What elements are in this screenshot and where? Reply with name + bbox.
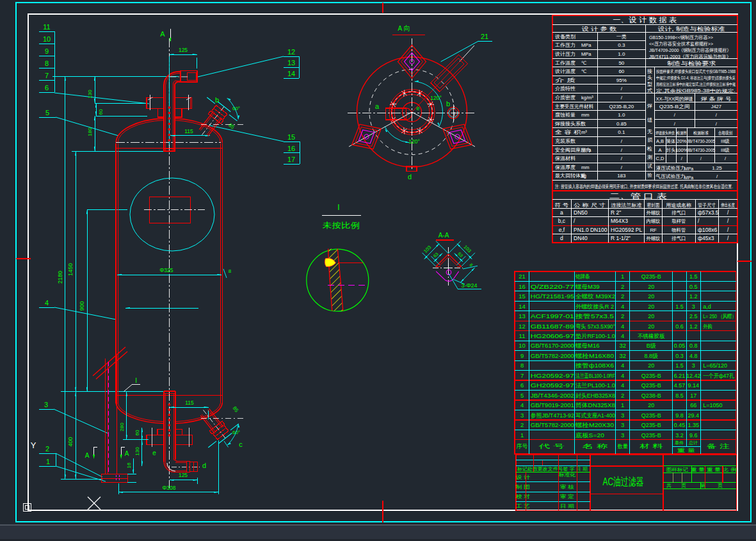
svg-text:验: 验 bbox=[647, 172, 652, 178]
svg-text:头: 头 bbox=[647, 75, 652, 81]
svg-text:60: 60 bbox=[618, 69, 624, 74]
svg-text:9.14: 9.14 bbox=[688, 382, 699, 389]
svg-text:3: 3 bbox=[621, 432, 624, 439]
svg-text:序号: 序号 bbox=[517, 443, 529, 449]
svg-text:20: 20 bbox=[648, 303, 654, 310]
svg-text:介质特性: 介质特性 bbox=[555, 86, 575, 92]
svg-text:接: 接 bbox=[647, 69, 652, 74]
svg-text:焊接接头系数: 焊接接头系数 bbox=[554, 121, 586, 127]
svg-text:400: 400 bbox=[67, 437, 74, 446]
svg-text:1: 1 bbox=[46, 458, 50, 465]
svg-text:2: 2 bbox=[621, 392, 624, 399]
svg-text:5: 5 bbox=[520, 392, 524, 399]
svg-text:4: 4 bbox=[621, 303, 624, 310]
svg-text:J427: J427 bbox=[711, 104, 721, 109]
svg-text:损: 损 bbox=[647, 137, 653, 143]
svg-text:管子尺寸: 管子尺寸 bbox=[698, 202, 716, 208]
svg-text:4.8: 4.8 bbox=[689, 353, 698, 359]
svg-text:排气口: 排气口 bbox=[672, 236, 686, 241]
svg-text:d: d bbox=[560, 235, 563, 241]
svg-text:8.8级: 8.8级 bbox=[644, 353, 658, 359]
svg-text:封头EHB325X8: 封头EHB325X8 bbox=[575, 392, 615, 399]
svg-text:16: 16 bbox=[126, 462, 132, 468]
svg-text:螺栓M20X30: 螺栓M20X30 bbox=[575, 422, 614, 428]
svg-text:用途或名称: 用途或名称 bbox=[666, 202, 691, 208]
svg-text:14: 14 bbox=[519, 303, 526, 310]
svg-text:物料管: 物料管 bbox=[671, 227, 686, 233]
svg-text:3: 3 bbox=[621, 412, 624, 419]
svg-text:16: 16 bbox=[519, 283, 526, 290]
svg-text:公 称 尺 寸: 公 称 尺 寸 bbox=[574, 202, 606, 208]
svg-text:内螺纹: 内螺纹 bbox=[647, 218, 661, 224]
svg-text:审 核: 审 核 bbox=[560, 484, 575, 490]
svg-text:GB/T5782-2000: GB/T5782-2000 bbox=[531, 422, 574, 428]
svg-text:mm: mm bbox=[581, 112, 590, 118]
svg-text:12: 12 bbox=[287, 48, 295, 56]
svg-text:20: 20 bbox=[648, 313, 654, 319]
svg-text:Q235-B: Q235-B bbox=[641, 412, 661, 419]
svg-text:10: 10 bbox=[43, 35, 51, 43]
svg-text:kg: kg bbox=[581, 173, 586, 179]
svg-text:底板S=20: 底板S=20 bbox=[575, 432, 604, 439]
svg-text:DN40: DN40 bbox=[574, 235, 588, 241]
svg-text:设计, 制造与检验标准: 设计, 制造与检验标准 bbox=[658, 26, 726, 32]
svg-text:法兰盖BL100-1.0RF: 法兰盖BL100-1.0RF bbox=[575, 373, 615, 379]
svg-text:I: I bbox=[337, 203, 339, 212]
svg-text:183: 183 bbox=[617, 173, 626, 179]
svg-text:伸出长度: 伸出长度 bbox=[721, 202, 736, 208]
svg-text:参照JB/T4713-92: 参照JB/T4713-92 bbox=[531, 412, 574, 419]
svg-text:9.6: 9.6 bbox=[689, 432, 698, 439]
svg-text:Q/ZB220-77: Q/ZB220-77 bbox=[531, 284, 574, 290]
svg-text:<<压力容器安全技术监察规程>>: <<压力容器安全技术监察规程>> bbox=[649, 41, 714, 47]
svg-text:ф57x3.5: ф57x3.5 bbox=[698, 209, 719, 216]
svg-text:共: 共 bbox=[666, 483, 672, 489]
svg-text:密封面: 密封面 bbox=[647, 202, 660, 208]
svg-text:型: 型 bbox=[647, 81, 652, 87]
svg-text:11: 11 bbox=[519, 332, 526, 339]
svg-text:焊 条 牌 号: 焊 条 牌 号 bbox=[701, 96, 732, 102]
svg-text:1: 1 bbox=[520, 432, 524, 439]
svg-text:9: 9 bbox=[520, 352, 524, 359]
svg-text:无: 无 bbox=[647, 129, 652, 134]
svg-text:A: A bbox=[658, 147, 661, 153]
svg-text:A-A: A-A bbox=[438, 232, 449, 239]
svg-text:0.6: 0.6 bbox=[675, 323, 684, 330]
svg-text:合格级别: 合格级别 bbox=[718, 131, 732, 136]
svg-text:制造与检验要求: 制造与检验要求 bbox=[667, 60, 716, 67]
svg-text:数量: 数量 bbox=[618, 443, 628, 449]
svg-text:95%: 95% bbox=[616, 77, 627, 83]
svg-text:3: 3 bbox=[520, 412, 524, 419]
svg-text:kg/m³: kg/m³ bbox=[581, 95, 593, 101]
svg-text:3: 3 bbox=[692, 303, 695, 310]
svg-text:AC油过滤器: AC油过滤器 bbox=[603, 476, 644, 488]
svg-text:比 例: 比 例 bbox=[723, 467, 737, 472]
svg-text:重 量: 重 量 bbox=[677, 448, 696, 453]
svg-text:HG20592-97: HG20592-97 bbox=[531, 373, 574, 379]
svg-text:14: 14 bbox=[287, 70, 295, 77]
svg-text:Y: Y bbox=[31, 440, 36, 450]
svg-text:重 量: 重 量 bbox=[707, 467, 721, 472]
svg-text:中规定;焊接接头 D2-4; 容器法兰与(接管)连接的接头采: 中规定;焊接接头 D2-4; 容器法兰与(接管)连接的接头采 bbox=[656, 76, 736, 81]
svg-text:RF: RF bbox=[650, 227, 657, 233]
svg-text:ACF1997-01: ACF1997-01 bbox=[531, 313, 574, 319]
svg-text:120°: 120° bbox=[430, 95, 442, 101]
svg-text:0.3: 0.3 bbox=[618, 42, 625, 48]
svg-text:0.1: 0.1 bbox=[618, 129, 625, 135]
svg-text:HG20592 PL: HG20592 PL bbox=[611, 227, 642, 233]
svg-text:20: 20 bbox=[648, 293, 654, 300]
svg-text:取样管: 取样管 bbox=[672, 218, 686, 224]
svg-text:全螺纹 M39X2: 全螺纹 M39X2 bbox=[575, 293, 615, 300]
svg-text:16: 16 bbox=[287, 145, 295, 152]
svg-text:缝: 缝 bbox=[647, 117, 652, 123]
svg-text:mm: mm bbox=[581, 165, 590, 170]
svg-text:介 质: 介 质 bbox=[555, 77, 575, 83]
svg-text:4: 4 bbox=[45, 299, 49, 307]
svg-text:页: 页 bbox=[681, 483, 687, 489]
svg-text:280: 280 bbox=[119, 423, 125, 432]
svg-text:接管57x3.5: 接管57x3.5 bbox=[575, 313, 614, 319]
svg-text:3: 3 bbox=[44, 401, 48, 408]
svg-text:Φ308: Φ308 bbox=[163, 485, 176, 491]
svg-text:GB/T9019-2001: GB/T9019-2001 bbox=[531, 402, 574, 408]
svg-text:Q235-B,20: Q235-B,20 bbox=[609, 104, 634, 109]
svg-text:a: a bbox=[375, 102, 380, 110]
